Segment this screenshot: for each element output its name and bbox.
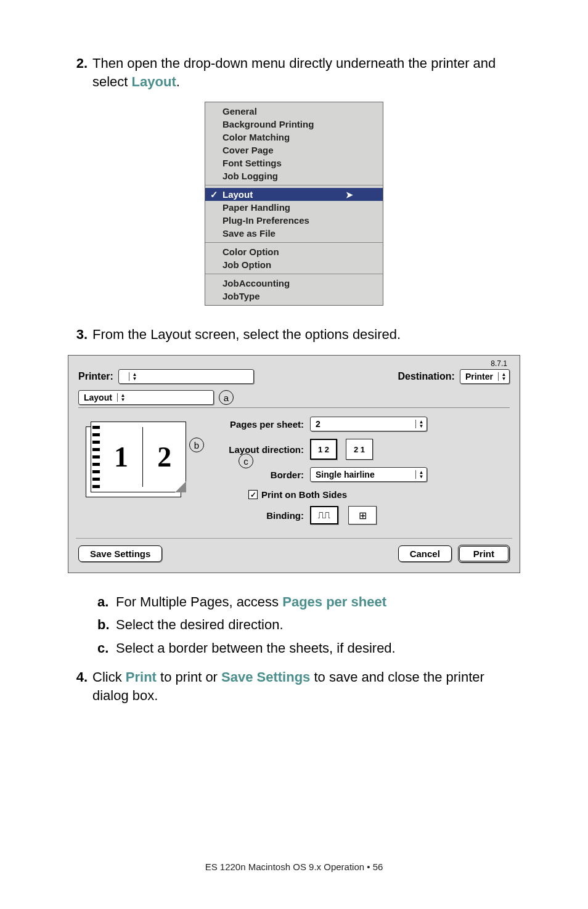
popup-arrows-icon: ▲▼	[498, 372, 509, 381]
print-both-sides-checkbox[interactable]: ✓	[248, 490, 258, 499]
destination-label: Destination:	[398, 371, 454, 382]
step-2-text: Then open the drop-down menu directly un…	[92, 54, 520, 91]
destination-popup[interactable]: Printer▲▼	[460, 369, 510, 384]
popup-arrows-icon: ▲▼	[415, 470, 427, 479]
menu-item-cover-page[interactable]: Cover Page	[205, 144, 383, 157]
pages-per-sheet-popup[interactable]: 2▲▼	[310, 417, 427, 431]
keyword-pages-per-sheet: Pages per sheet	[282, 594, 386, 609]
layout-direction-rl-button[interactable]: 2 1	[346, 439, 373, 460]
keyword-print: Print	[126, 669, 157, 685]
print-button[interactable]: Print	[458, 545, 510, 563]
border-label: Border:	[205, 470, 304, 480]
page-footer: ES 1220n Macintosh OS 9.x Operation • 56	[0, 862, 588, 872]
menu-item-plugin-preferences[interactable]: Plug-In Preferences	[205, 214, 383, 227]
step-3-text: From the Layout screen, select the optio…	[92, 325, 520, 344]
sub-steps: a.For Multiple Pages, access Pages per s…	[97, 590, 520, 659]
keyword-layout: Layout	[132, 74, 176, 89]
dialog-version: 8.7.1	[491, 359, 507, 368]
step-3: 3. From the Layout screen, select the op…	[68, 325, 520, 344]
menu-item-save-as-file[interactable]: Save as File	[205, 227, 383, 240]
layout-preview: 1 2	[83, 417, 194, 521]
menu-item-job-type[interactable]: JobType	[205, 290, 383, 303]
step-2-num: 2.	[68, 54, 88, 91]
callout-a: a	[219, 390, 234, 405]
popup-arrows-icon: ▲▼	[129, 372, 140, 381]
menu-item-layout[interactable]: Layout➤	[205, 188, 383, 201]
keyword-save-settings: Save Settings	[221, 669, 310, 685]
menu-item-general[interactable]: General	[205, 105, 383, 118]
printer-label: Printer:	[78, 371, 113, 382]
binding-long-edge-button[interactable]: ⎍⎍	[310, 506, 338, 524]
step-4-num: 4.	[68, 668, 88, 704]
menu-item-job-accounting[interactable]: JobAccounting	[205, 277, 383, 290]
step-4: 4. Click Print to print or Save Settings…	[68, 668, 520, 704]
layout-direction-lr-button[interactable]: 1 2	[310, 439, 337, 460]
binding-label: Binding:	[205, 510, 304, 521]
layout-direction-label: Layout direction:	[205, 444, 304, 455]
callout-c: c	[239, 454, 253, 468]
step-4-text: Click Print to print or Save Settings to…	[92, 668, 520, 704]
spiral-binding-icon	[92, 426, 100, 488]
menu-item-paper-handling[interactable]: Paper Handling	[205, 201, 383, 214]
cursor-icon: ➤	[346, 190, 353, 200]
dogear-icon	[175, 481, 186, 492]
dropdown-menu-screenshot: General Background Printing Color Matchi…	[205, 102, 383, 306]
step-3-num: 3.	[68, 325, 88, 344]
menu-item-color-option[interactable]: Color Option	[205, 245, 383, 258]
section-popup[interactable]: Layout▲▼	[78, 390, 214, 405]
step-2: 2. Then open the drop-down menu directly…	[68, 54, 520, 91]
popup-arrows-icon: ▲▼	[117, 393, 128, 402]
layout-dialog: 8.7.1 Printer: ▲▼ Destination: Printer▲▼…	[68, 355, 520, 573]
menu-item-font-settings[interactable]: Font Settings	[205, 157, 383, 169]
border-popup[interactable]: Single hairline▲▼	[310, 467, 427, 482]
save-settings-button[interactable]: Save Settings	[78, 545, 162, 562]
menu-item-job-logging[interactable]: Job Logging	[205, 169, 383, 182]
popup-arrows-icon: ▲▼	[415, 420, 427, 428]
binding-short-edge-button[interactable]: ⊞	[348, 506, 377, 524]
menu-item-background-printing[interactable]: Background Printing	[205, 118, 383, 131]
menu-item-job-option[interactable]: Job Option	[205, 258, 383, 271]
printer-popup[interactable]: ▲▼	[118, 369, 254, 384]
callout-b: b	[189, 438, 204, 452]
print-both-sides-label: Print on Both Sides	[261, 489, 347, 500]
pages-per-sheet-label: Pages per sheet:	[205, 419, 304, 430]
menu-item-color-matching[interactable]: Color Matching	[205, 131, 383, 144]
cancel-button[interactable]: Cancel	[398, 545, 452, 562]
